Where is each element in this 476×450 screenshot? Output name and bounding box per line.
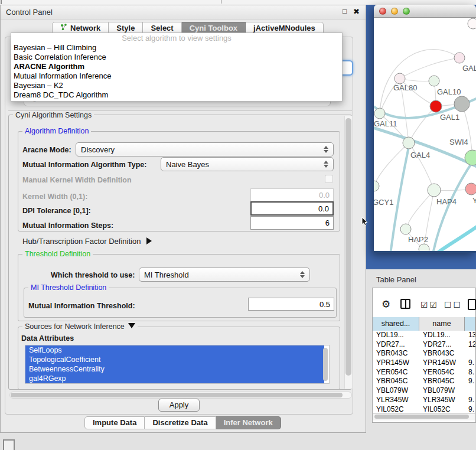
table-row[interactable]: YDL19...YDL19...13 — [373, 331, 475, 340]
network-node[interactable] — [419, 244, 429, 251]
network-node-gal1[interactable] — [430, 100, 442, 112]
which-threshold-combobox[interactable]: MI Threshold — [139, 268, 310, 282]
table-cell: YER054C — [419, 368, 465, 377]
collapsed-arrow-icon[interactable] — [146, 237, 152, 244]
which-threshold-value: MI Threshold — [144, 270, 189, 279]
settings-scrollbar-thumb[interactable] — [345, 118, 351, 376]
column-header-shared[interactable]: shared... — [373, 317, 419, 331]
close-window-icon[interactable]: ✖ — [353, 7, 360, 16]
attribute-item-selfloops[interactable]: SelfLoops — [25, 345, 324, 355]
mi-steps-label: Mutual Information Steps: — [22, 221, 113, 230]
algorithm-option-aracne-algorithm[interactable]: ARACNE Algorithm — [11, 62, 342, 71]
node-label-gal10: GAL10 — [437, 87, 461, 96]
table-row[interactable]: YLR345WYLR345W9. — [373, 396, 475, 405]
algorithm-option-bayesian-hill-climbing[interactable]: Bayesian – Hill Climbing — [11, 43, 342, 53]
split-columns-icon[interactable] — [400, 299, 410, 309]
export-table-icon[interactable] — [468, 299, 476, 310]
tab-infer-network[interactable]: Infer Network — [216, 416, 281, 429]
table-cell: 8. — [465, 368, 475, 377]
top-strip-tick — [221, 0, 221, 4]
table-row[interactable]: YIL052CYIL052C9. — [373, 405, 475, 413]
column-header-partial[interactable] — [465, 317, 475, 331]
network-window-titlebar[interactable] — [374, 5, 476, 18]
network-node-gal4[interactable] — [403, 137, 415, 149]
node-label-gal11: GAL11 — [374, 119, 397, 128]
algorithm-definition-title: Algorithm Definition — [22, 127, 91, 135]
tab-impute-data[interactable]: Impute Data — [84, 416, 145, 429]
manual-kernel-checkbox[interactable] — [325, 175, 333, 183]
screen: Control Panel □ ✖ NetworkStyleSelectCyni… — [0, 0, 476, 450]
hub-definition-toggle[interactable]: Hub/Transcription Factor Definition — [22, 237, 152, 246]
network-node-gal11[interactable] — [374, 108, 385, 119]
algorithm-option-basic-correlation-inference[interactable]: Basic Correlation Inference — [11, 53, 342, 62]
network-edge — [409, 106, 436, 143]
gear-icon[interactable]: ⚙ — [382, 299, 390, 311]
tab-infer-network-label: Infer Network — [224, 417, 273, 429]
table-cell: YIL052C — [419, 405, 465, 413]
network-canvas[interactable]: GALGAL80GAL10GAL1GAL11SWI4GAL4GCY1HAP4YH… — [374, 18, 476, 251]
table-row[interactable]: YBL079WYBL079W — [373, 386, 475, 396]
table-row[interactable]: YER054CYER054C8. — [373, 368, 475, 377]
algorithm-popup-placeholder: Select algorithm to view settings — [11, 33, 342, 43]
mi-threshold-field[interactable]: 0.5 — [248, 298, 334, 311]
attribute-item-topologicalcoefficient[interactable]: TopologicalCoefficient — [25, 355, 324, 364]
float-window-icon[interactable]: □ — [343, 7, 347, 15]
mi-steps-field[interactable]: 6 — [250, 216, 334, 230]
network-node-gal80[interactable] — [395, 73, 405, 84]
close-window-button[interactable] — [379, 8, 386, 15]
control-panel-titlebar[interactable] — [1, 5, 366, 19]
network-node-gal[interactable] — [454, 53, 465, 63]
zoom-window-button[interactable] — [403, 8, 410, 15]
table-row[interactable]: YBR045CYBR045C9. — [373, 377, 475, 386]
combobox-arrows-icon — [324, 146, 328, 153]
attributes-scrollbar-thumb[interactable] — [323, 348, 328, 381]
network-node[interactable] — [454, 96, 470, 112]
minimize-window-button[interactable] — [391, 8, 398, 15]
network-edge — [406, 190, 434, 229]
network-edge — [462, 104, 472, 158]
node-label-gal1: GAL1 — [440, 113, 459, 122]
kernel-width-label: Kernel Width (0,1): — [22, 193, 87, 201]
apply-button[interactable]: Apply — [158, 399, 200, 412]
threshold-definition-title: Threshold Definition — [22, 250, 93, 258]
network-node-gcy1[interactable] — [374, 181, 379, 191]
sources-title[interactable]: Sources for Network Inference — [22, 322, 138, 331]
table-cell: YLR345W — [419, 396, 465, 405]
top-strip-tick — [1, 0, 2, 4]
column-header-name[interactable]: name — [419, 317, 465, 331]
data-attributes-list[interactable]: SelfLoopsTopologicalCoefficientBetweenne… — [25, 345, 330, 384]
network-node[interactable] — [468, 18, 476, 29]
table-hscrollbar-thumb[interactable] — [374, 415, 469, 419]
dpi-tolerance-label: DPI Tolerance [0,1]: — [22, 207, 91, 215]
algorithm-option-mutual-information-inference[interactable]: Mutual Information Inference — [11, 71, 342, 81]
node-label-gal80: GAL80 — [393, 83, 417, 92]
attribute-item-betweennesscentrality[interactable]: BetweennessCentrality — [25, 364, 324, 374]
table-row[interactable]: YBR043CYBR043C — [373, 349, 475, 358]
dpi-tolerance-field[interactable]: 0.0 — [250, 201, 334, 216]
table-row[interactable]: YPR145WYPR145W9. — [373, 358, 475, 368]
network-node-y[interactable] — [465, 183, 476, 195]
network-node-hap4[interactable] — [428, 184, 441, 197]
deselect-rows-icon[interactable]: ☐☐ — [444, 299, 462, 311]
table-cell: 12 — [465, 340, 475, 350]
algorithm-option-dream8-dc-tdc-algorithm[interactable]: Dream8 DC_TDC Algorithm — [11, 90, 342, 100]
table-body[interactable]: YDL19...YDL19...13YDR27...YDR27...12YBR0… — [373, 331, 475, 413]
select-all-rows-icon[interactable]: ☑☑ — [420, 299, 439, 311]
network-node-hap2[interactable] — [400, 224, 411, 234]
expanded-arrow-icon[interactable] — [128, 323, 135, 328]
minimized-panel-grip[interactable] — [3, 439, 15, 450]
kernel-width-field[interactable]: 0.0 — [250, 188, 334, 201]
table-cell — [465, 386, 475, 396]
network-node-gal10[interactable] — [429, 76, 439, 86]
network-graph: GALGAL80GAL10GAL1GAL11SWI4GAL4GCY1HAP4YH… — [374, 18, 476, 251]
attribute-item-gal4rgexp[interactable]: gal4RGexp — [25, 374, 324, 383]
aracne-mode-combobox[interactable]: Discovery — [76, 142, 334, 156]
mi-type-combobox[interactable]: Naive Bayes — [161, 157, 334, 171]
node-label-hap2: HAP2 — [408, 235, 428, 244]
tab-discretize-data[interactable]: Discretize Data — [145, 416, 216, 429]
settings-hscrollbar-thumb[interactable] — [11, 393, 343, 397]
table-row[interactable]: YDR27...YDR27...12 — [373, 340, 475, 350]
table-cell: YDL19... — [373, 331, 419, 340]
algorithm-option-bayesian-k2[interactable]: Bayesian – K2 — [11, 81, 342, 90]
manual-kernel-label: Manual Kernel Width Definition — [22, 176, 132, 184]
